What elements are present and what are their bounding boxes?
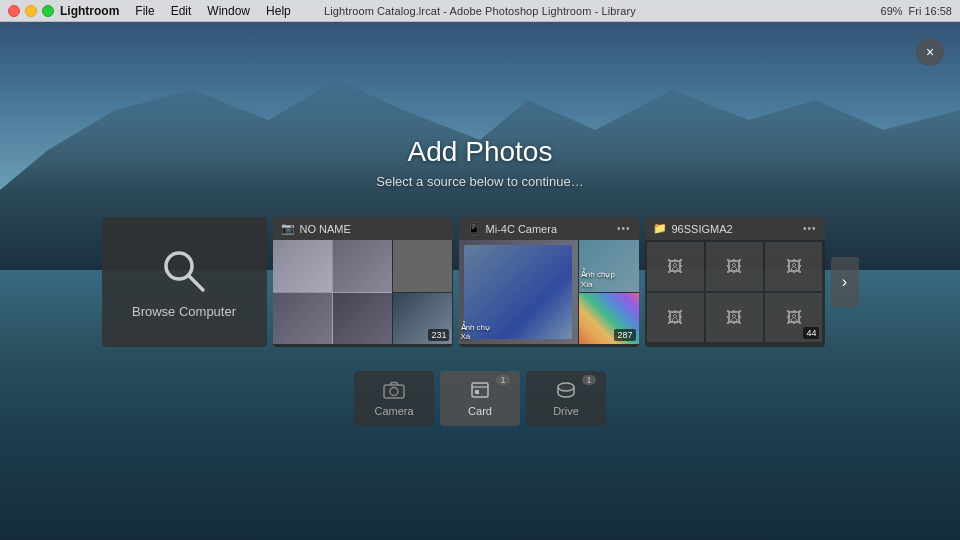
tab-card-label: Card xyxy=(468,405,492,417)
photo-cell-mi-large: Ảnh chụXa xyxy=(459,240,578,344)
image-icon-2: 🖼 xyxy=(726,258,742,276)
image-icon-6: 🖼 xyxy=(786,309,802,327)
folder-icon: 📁 xyxy=(653,222,667,235)
photo-cell-br: 231 xyxy=(393,293,452,345)
device-header-mi4c: 📱 Mi-4C Camera ••• xyxy=(459,217,639,240)
minimize-window-button[interactable] xyxy=(25,5,37,17)
camera-tab-icon xyxy=(383,381,405,402)
search-icon xyxy=(159,246,209,296)
image-icon-1: 🖼 xyxy=(667,258,683,276)
sigma-thumb-4: 🖼 xyxy=(647,293,704,342)
svg-point-7 xyxy=(558,383,574,391)
menu-help[interactable]: Help xyxy=(266,4,291,18)
device-card-sigma[interactable]: 📁 96SSIGMA2 ••• 🖼 🖼 🖼 🖼 xyxy=(645,217,825,347)
photo-grid-no-name: 231 xyxy=(273,240,453,344)
battery-level: 69% xyxy=(881,5,903,17)
svg-point-3 xyxy=(390,387,398,395)
menu-bar: Lightroom File Edit Window Help xyxy=(60,4,291,18)
photo-count-no-name: 231 xyxy=(428,329,449,341)
device-card-mi4c[interactable]: 📱 Mi-4C Camera ••• Ảnh chụXa Ảnh chụpXia xyxy=(459,217,639,347)
system-tray: 69% Fri 16:58 xyxy=(881,5,952,17)
device-name-no-name: NO NAME xyxy=(300,223,351,235)
browse-computer-label: Browse Computer xyxy=(132,304,236,319)
photo-cell-mi-br: 287 xyxy=(579,293,639,345)
tab-card[interactable]: 1 Card xyxy=(440,371,520,426)
browse-computer-card[interactable]: Browse Computer xyxy=(102,217,267,347)
window-title: Lightroom Catalog.lrcat - Adobe Photosho… xyxy=(324,5,636,17)
sigma-thumb-1: 🖼 xyxy=(647,242,704,291)
menu-edit[interactable]: Edit xyxy=(171,4,192,18)
image-icon-4: 🖼 xyxy=(667,309,683,327)
phone-icon: 📱 xyxy=(467,222,481,235)
sources-row: Browse Computer 📷 NO NAME xyxy=(102,217,859,347)
tab-camera[interactable]: Camera xyxy=(354,371,434,426)
photo-grid-sigma: 🖼 🖼 🖼 🖼 🖼 🖼 44 xyxy=(645,240,825,344)
image-icon-5: 🖼 xyxy=(726,309,742,327)
photo-text-mi-2: Ảnh chụpXia xyxy=(581,270,615,289)
photo-count-sigma: 44 xyxy=(803,327,819,339)
device-more-sigma[interactable]: ••• xyxy=(803,223,817,234)
photo-count-mi4c: 287 xyxy=(614,329,635,341)
device-name-mi4c: Mi-4C Camera xyxy=(486,223,558,235)
titlebar: Lightroom File Edit Window Help Lightroo… xyxy=(0,0,960,22)
next-devices-button[interactable]: › xyxy=(831,257,859,307)
menu-file[interactable]: File xyxy=(135,4,154,18)
traffic-lights xyxy=(8,5,54,17)
photo-cell-mi-tr: Ảnh chụpXia xyxy=(579,240,639,292)
svg-rect-4 xyxy=(472,383,488,397)
sigma-thumb-2: 🖼 xyxy=(706,242,763,291)
drive-tab-icon xyxy=(555,381,577,402)
tab-drive[interactable]: 1 Drive xyxy=(526,371,606,426)
sigma-thumb-5: 🖼 xyxy=(706,293,763,342)
dialog-subtitle: Select a source below to continue… xyxy=(376,174,583,189)
tab-drive-label: Drive xyxy=(553,405,579,417)
device-card-no-name[interactable]: 📷 NO NAME xyxy=(273,217,453,347)
image-icon-3: 🖼 xyxy=(786,258,802,276)
menu-lightroom[interactable]: Lightroom xyxy=(60,4,119,18)
device-header-no-name: 📷 NO NAME xyxy=(273,217,453,240)
add-photos-dialog: × Add Photos Select a source below to co… xyxy=(0,22,960,540)
photo-grid-mi4c: Ảnh chụXa Ảnh chụpXia 287 xyxy=(459,240,639,344)
card-tab-icon xyxy=(469,381,491,402)
photo-cell-large xyxy=(273,240,393,344)
clock: Fri 16:58 xyxy=(909,5,952,17)
camera-icon: 📷 xyxy=(281,222,295,235)
source-tabs: Camera 1 Card 1 Drive xyxy=(354,371,606,426)
sigma-thumb-6: 🖼 44 xyxy=(765,293,822,342)
close-dialog-button[interactable]: × xyxy=(916,38,944,66)
device-name-sigma: 96SSIGMA2 xyxy=(672,223,733,235)
photo-cell-tr xyxy=(393,240,452,292)
tab-camera-label: Camera xyxy=(374,405,413,417)
sigma-thumb-3: 🖼 xyxy=(765,242,822,291)
tab-drive-badge: 1 xyxy=(582,375,596,385)
device-more-mi4c[interactable]: ••• xyxy=(617,223,631,234)
svg-rect-6 xyxy=(475,390,479,394)
photo-text-mi-1: Ảnh chụXa xyxy=(461,323,491,342)
menu-window[interactable]: Window xyxy=(207,4,250,18)
dialog-title: Add Photos xyxy=(408,136,553,168)
svg-line-1 xyxy=(189,276,203,290)
tab-card-badge: 1 xyxy=(496,375,510,385)
maximize-window-button[interactable] xyxy=(42,5,54,17)
device-header-sigma: 📁 96SSIGMA2 ••• xyxy=(645,217,825,240)
close-window-button[interactable] xyxy=(8,5,20,17)
